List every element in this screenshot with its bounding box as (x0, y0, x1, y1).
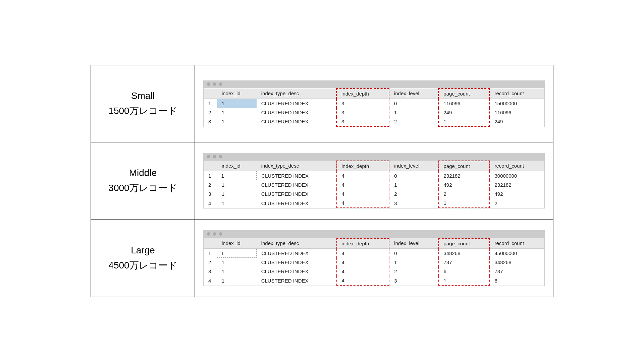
cell-index-type-desc: CLUSTERED INDEX (257, 99, 336, 108)
table-row: 21CLUSTERED INDEX41737348268 (204, 258, 544, 267)
table-row: 21CLUSTERED INDEX31249116096 (204, 108, 544, 117)
col-header-page_count: page_count (439, 238, 490, 249)
cell-index-type-desc: CLUSTERED INDEX (257, 258, 337, 267)
table-row: 11CLUSTERED INDEX4034826845000000 (204, 248, 544, 258)
section-content-middle: index_idindex_type_descindex_depthindex_… (195, 142, 553, 219)
table-row: 31CLUSTERED INDEX321249 (204, 117, 544, 126)
cell-index-id: 1 (217, 180, 257, 190)
cell-index-depth: 4 (337, 180, 389, 190)
cell-index-type-desc: CLUSTERED INDEX (257, 189, 337, 198)
label-line2: 4500万レコード (108, 258, 177, 273)
cell-page-count: 6 (439, 267, 490, 276)
col-header-index_depth: index_depth (336, 88, 389, 99)
main-container: Small1500万レコードindex_idindex_type_descind… (91, 65, 553, 297)
table-row: 21CLUSTERED INDEX41492232182 (204, 180, 544, 190)
section-middle: Middle3000万レコードindex_idindex_type_descin… (91, 142, 553, 220)
cell-page-count: 116096 (438, 99, 489, 108)
col-header-index_id: index_id (217, 88, 257, 99)
col-header-record_count: record_count (489, 88, 544, 99)
cell-index-depth: 4 (337, 267, 389, 276)
cell-record-count: 249 (489, 117, 544, 126)
cell-record-count: 15000000 (489, 99, 544, 108)
cell-record-count: 737 (490, 267, 545, 276)
cell-record-count: 45000000 (490, 248, 545, 258)
cell-index-depth: 4 (337, 171, 389, 180)
cell-index-id: 1 (217, 189, 257, 198)
table-top-bar (204, 231, 544, 238)
top-bar-dot (207, 155, 210, 158)
col-header-index_type_desc: index_type_desc (257, 238, 337, 249)
data-table-small: index_idindex_type_descindex_depthindex_… (204, 88, 544, 127)
col-header-rownum (204, 161, 217, 171)
section-label-large: Large4500万レコード (91, 220, 195, 297)
cell-index-level: 3 (389, 198, 438, 208)
row-number: 4 (204, 198, 217, 208)
cell-index-type-desc: CLUSTERED INDEX (257, 171, 337, 180)
top-bar-dot (219, 82, 222, 86)
cell-page-count: 492 (439, 180, 490, 190)
row-number: 1 (204, 99, 217, 108)
cell-page-count: 2 (439, 189, 490, 198)
row-number: 3 (204, 267, 217, 276)
label-line1: Large (131, 243, 155, 258)
row-number: 1 (204, 248, 217, 258)
table-top-bar (204, 153, 544, 161)
section-large: Large4500万レコードindex_idindex_type_descind… (91, 220, 553, 297)
cell-page-count: 737 (439, 258, 490, 267)
cell-index-level: 0 (389, 248, 438, 258)
cell-index-depth: 3 (336, 99, 389, 108)
row-number: 1 (204, 171, 217, 180)
top-bar-dot (213, 232, 216, 236)
top-bar-dot (207, 232, 210, 236)
col-header-index_depth: index_depth (337, 161, 389, 171)
cell-index-level: 1 (389, 180, 438, 190)
section-content-large: index_idindex_type_descindex_depthindex_… (195, 220, 553, 297)
row-number: 3 (204, 189, 217, 198)
cell-index-id: 1 (217, 267, 257, 276)
col-header-index_level: index_level (389, 238, 438, 249)
cell-index-id: 1 (217, 248, 257, 258)
cell-index-depth: 3 (336, 117, 389, 126)
cell-index-id: 1 (217, 198, 257, 208)
cell-index-id: 1 (217, 276, 257, 285)
data-table-middle: index_idindex_type_descindex_depthindex_… (204, 161, 544, 208)
cell-index-depth: 4 (337, 189, 389, 198)
cell-page-count: 249 (438, 108, 489, 117)
cell-record-count: 30000000 (490, 171, 545, 180)
col-header-index_id: index_id (217, 161, 257, 171)
row-number: 2 (204, 108, 217, 117)
top-bar-dot (213, 155, 216, 158)
col-header-index_type_desc: index_type_desc (257, 88, 336, 99)
col-header-index_level: index_level (389, 88, 438, 99)
cell-index-depth: 3 (336, 108, 389, 117)
section-content-small: index_idindex_type_descindex_depthindex_… (195, 65, 553, 142)
cell-page-count: 1 (439, 276, 490, 285)
table-row: 41CLUSTERED INDEX4312 (204, 198, 544, 208)
cell-index-level: 0 (389, 171, 438, 180)
cell-index-id: 1 (217, 117, 257, 126)
table-row: 41CLUSTERED INDEX4316 (204, 276, 544, 285)
cell-index-level: 2 (389, 189, 438, 198)
cell-index-id: 1 (217, 258, 257, 267)
cell-index-type-desc: CLUSTERED INDEX (257, 117, 336, 126)
col-header-record_count: record_count (490, 161, 545, 171)
cell-index-id: 1 (217, 171, 257, 180)
top-bar-dot (213, 82, 216, 86)
cell-index-id: 1 (217, 108, 257, 117)
top-bar-dot (219, 155, 222, 158)
label-line1: Middle (129, 166, 157, 181)
section-small: Small1500万レコードindex_idindex_type_descind… (91, 65, 553, 142)
col-header-index_id: index_id (217, 238, 257, 249)
cell-index-level: 3 (389, 276, 438, 285)
top-bar-dot (207, 82, 210, 86)
table-row: 11CLUSTERED INDEX4023218230000000 (204, 171, 544, 180)
col-header-index_type_desc: index_type_desc (257, 161, 337, 171)
cell-page-count: 232182 (439, 171, 490, 180)
cell-index-level: 2 (389, 117, 438, 126)
section-label-small: Small1500万レコード (91, 65, 195, 142)
cell-page-count: 1 (439, 198, 490, 208)
data-table-large: index_idindex_type_descindex_depthindex_… (204, 238, 544, 286)
row-number: 2 (204, 258, 217, 267)
cell-index-type-desc: CLUSTERED INDEX (257, 267, 337, 276)
label-line2: 1500万レコード (108, 104, 177, 119)
